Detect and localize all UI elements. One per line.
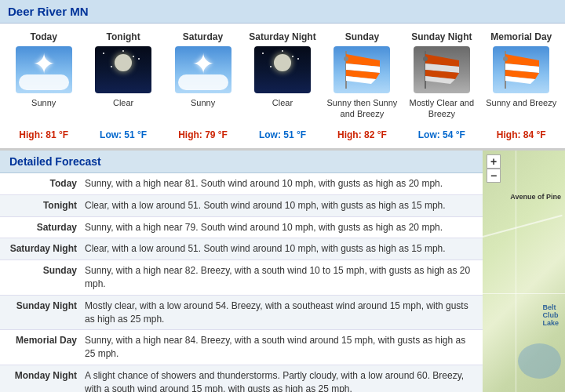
- cloud-decoration: [19, 74, 69, 90]
- forecast-row: SundaySunny, with a high near 82. Breezy…: [0, 260, 483, 296]
- windsock-night-icon: [416, 49, 467, 90]
- location-title: Deer River MN: [8, 5, 89, 18]
- temperature: Low: 51 °F: [100, 129, 147, 140]
- row-text: Mostly clear, with a low around 54. Bree…: [85, 299, 476, 326]
- moon-icon: [274, 54, 291, 71]
- row-label: Saturday Night: [6, 242, 85, 254]
- row-text: Sunny, with a high near 81. South wind a…: [85, 177, 476, 191]
- day-label: Sunday Night: [411, 31, 472, 42]
- weather-icon: [254, 46, 311, 93]
- location-header: Deer River MN: [0, 0, 565, 24]
- forecast-day: Sunday Night Mostly Clear and BreezyLow:…: [406, 31, 477, 140]
- temperature: High: 84 °F: [497, 129, 546, 140]
- row-label: Memorial Day: [6, 334, 85, 346]
- svg-point-5: [344, 56, 348, 61]
- forecast-row: Memorial DaySunny, with a high near 84. …: [0, 330, 483, 365]
- row-label: Tonight: [6, 199, 85, 211]
- row-label: Sunday: [6, 264, 85, 276]
- forecast-day: Memorial Day Sunny and BreezyHigh: 84 °F: [486, 31, 556, 140]
- weather-description: Sunny: [191, 97, 215, 125]
- day-label: Today: [30, 31, 56, 42]
- day-label: Saturday Night: [249, 31, 315, 42]
- temperature: High: 79 °F: [178, 129, 228, 140]
- weather-description: Clear: [113, 97, 133, 125]
- row-label: Monday Night: [6, 369, 85, 381]
- forecast-row: TonightClear, with a low around 51. Sout…: [0, 195, 483, 217]
- detailed-header: Detailed Forecast: [0, 151, 483, 173]
- detailed-forecast: Detailed Forecast TodaySunny, with a hig…: [0, 151, 483, 392]
- forecast-day: Saturday✦SunnyHigh: 79 °F: [168, 31, 239, 140]
- map-controls: + −: [487, 154, 501, 183]
- day-label: Memorial Day: [490, 31, 552, 42]
- forecast-day: Sunday Sunny then Sunny and BreezyHigh: …: [326, 31, 397, 140]
- forecast-row: Saturday NightClear, with a low around 5…: [0, 238, 483, 260]
- map-image: BeltClubLake Avenue of Pine: [483, 151, 565, 392]
- windsock-icon: [496, 49, 547, 90]
- forecast-row: Sunday NightMostly clear, with a low aro…: [0, 296, 483, 331]
- weather-icon: [334, 46, 390, 93]
- weather-icon: [95, 46, 151, 93]
- temperature: High: 82 °F: [337, 129, 387, 140]
- row-text: Clear, with a low around 51. South wind …: [85, 199, 476, 212]
- row-text: Clear, with a low around 51. South wind …: [85, 242, 476, 256]
- forecast-day: Today✦SunnyHigh: 81 °F: [9, 31, 79, 140]
- weather-icon: [493, 46, 549, 93]
- map-panel: BeltClubLake Avenue of Pine + −: [483, 151, 565, 392]
- temperature: Low: 51 °F: [259, 129, 306, 140]
- svg-point-17: [503, 56, 508, 61]
- weather-description: Clear: [272, 97, 293, 125]
- row-label: Saturday: [6, 221, 85, 233]
- row-label: Sunday Night: [6, 299, 85, 311]
- temperature: Low: 54 °F: [418, 129, 465, 140]
- forecast-row: SaturdaySunny, with a high near 79. Sout…: [0, 217, 483, 239]
- moon-icon: [115, 54, 132, 71]
- weather-icon: [414, 46, 470, 93]
- row-text: Sunny, with a high near 84. Breezy, with…: [85, 334, 476, 361]
- row-text: Sunny, with a high near 79. South wind a…: [85, 221, 476, 234]
- forecast-row: Monday NightA slight chance of showers a…: [0, 365, 483, 392]
- windsock-icon: [337, 49, 388, 90]
- temperature: High: 81 °F: [19, 129, 68, 140]
- forecast-day: Tonight ClearLow: 51 °F: [88, 31, 159, 140]
- row-text: Sunny, with a high near 82. Breezy, with…: [85, 264, 476, 291]
- weather-description: Sunny and Breezy: [486, 97, 556, 125]
- row-text: A slight chance of showers and thunderst…: [85, 369, 476, 392]
- weather-description: Sunny then Sunny and Breezy: [326, 97, 397, 125]
- weather-description: Sunny: [31, 97, 56, 125]
- detailed-section: Detailed Forecast TodaySunny, with a hig…: [0, 150, 565, 392]
- day-label: Sunday: [345, 31, 379, 42]
- zoom-out-button[interactable]: −: [487, 169, 501, 183]
- weather-icon: ✦: [175, 46, 231, 93]
- weather-description: Mostly Clear and Breezy: [406, 97, 477, 125]
- forecast-panel: Today✦SunnyHigh: 81 °FTonight ClearLow: …: [0, 24, 565, 150]
- day-label: Tonight: [107, 31, 140, 42]
- forecast-day: Saturday Night ClearLow: 51 °F: [247, 31, 318, 140]
- forecast-grid: Today✦SunnyHigh: 81 °FTonight ClearLow: …: [4, 31, 561, 140]
- weather-icon: ✦: [16, 46, 72, 93]
- row-label: Today: [6, 177, 85, 189]
- cloud-decoration: [178, 74, 228, 90]
- forecast-row: TodaySunny, with a high near 81. South w…: [0, 173, 483, 195]
- svg-point-11: [423, 56, 428, 61]
- day-label: Saturday: [183, 31, 223, 42]
- zoom-in-button[interactable]: +: [487, 154, 501, 169]
